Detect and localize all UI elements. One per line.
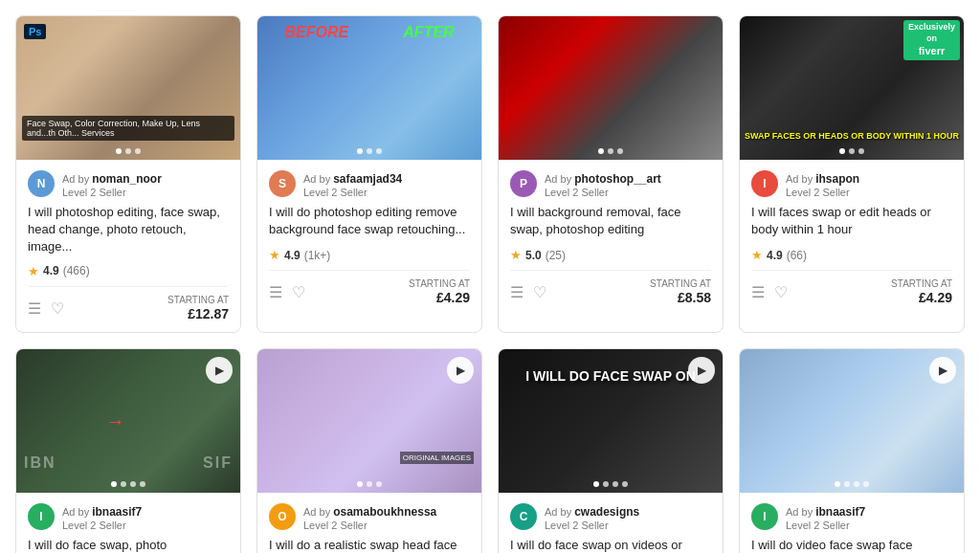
card-title[interactable]: I will do face swap on videos or images … [510, 537, 711, 553]
rating-row: ★ 4.9 (66) [751, 248, 952, 262]
seller-name[interactable]: ibnaasif7 [92, 505, 142, 519]
arrow-overlay: → [106, 409, 125, 431]
heart-icon[interactable]: ♡ [51, 299, 64, 318]
price-section: STARTING AT £4.29 [409, 278, 470, 306]
card-title[interactable]: I will do a realistic swap head face and… [269, 537, 470, 553]
play-button[interactable]: ▶ [206, 357, 233, 384]
play-button[interactable]: ▶ [447, 357, 474, 384]
card-title[interactable]: I will background removal, face swap, ph… [510, 204, 711, 240]
seller-level: Level 2 Seller [303, 187, 402, 198]
seller-level: Level 2 Seller [786, 520, 865, 531]
image-dots [357, 481, 382, 487]
gig-card[interactable]: PsFace Swap, Color Correction, Make Up, … [15, 15, 241, 333]
menu-icon[interactable]: ☰ [28, 299, 41, 318]
gig-card[interactable]: ▶ I Ad by ibnaasif7 Level 2 Seller I wil… [739, 348, 965, 553]
image-dots [593, 481, 628, 487]
gig-card[interactable]: BEFORE AFTER S Ad by safaamjad34 Level 2… [256, 15, 482, 333]
price: £4.29 [919, 290, 952, 305]
gig-card[interactable]: ExclusivelyonfiverrSwap Faces or Heads o… [739, 15, 965, 333]
play-button[interactable]: ▶ [688, 357, 715, 384]
starting-at-label: STARTING AT [891, 278, 952, 289]
card-body: O Ad by osamaboukhnessa Level 2 Seller I… [257, 493, 481, 553]
image-caption: Face Swap, Color Correction, Make Up, Le… [22, 116, 234, 141]
card-title[interactable]: I will photoshop editing, face swap, hea… [28, 204, 229, 256]
dot [617, 148, 623, 154]
after-label: AFTER [403, 24, 454, 41]
image-dots [111, 481, 145, 487]
card-body: S Ad by safaamjad34 Level 2 Seller I wil… [257, 160, 481, 316]
rating-value: 4.9 [43, 264, 59, 277]
star-icon: ★ [28, 264, 39, 278]
card-footer: ☰ ♡ STARTING AT £4.29 [269, 270, 470, 306]
ad-label: Ad by [786, 173, 815, 185]
card-title[interactable]: I will do photoshop editing remove backg… [269, 204, 470, 240]
card-actions: ☰ ♡ [28, 299, 64, 318]
card-image[interactable]: ExclusivelyonfiverrSwap Faces or Heads o… [740, 16, 964, 160]
card-title[interactable]: I will do video face swap face replaceme… [751, 537, 952, 553]
heart-icon[interactable]: ♡ [774, 283, 788, 301]
card-body: I Ad by ibnaasif7 Level 2 Seller I will … [16, 493, 240, 553]
rating-value: 5.0 [525, 249, 542, 262]
ad-label: Ad by [545, 173, 574, 185]
starting-at-label: STARTING AT [650, 278, 711, 289]
gig-card[interactable]: I WILL DO FACE SWAP ON ▶ C Ad by cwadesi… [498, 348, 724, 553]
dot [376, 481, 382, 487]
card-image[interactable]: ▶ [740, 349, 964, 493]
avatar: I [751, 503, 778, 530]
seller-level: Level 2 Seller [545, 187, 661, 198]
dot [116, 148, 122, 154]
card-body: I Ad by ihsapon Level 2 Seller I will fa… [740, 160, 964, 316]
seller-name[interactable]: cwadesigns [574, 505, 639, 519]
seller-level: Level 2 Seller [62, 520, 142, 531]
card-title[interactable]: I will faces swap or edit heads or body … [751, 204, 952, 240]
gig-card[interactable]: ORIGINAL IMAGES ▶ O Ad by osamaboukhness… [256, 348, 482, 553]
before-after-labels: BEFORE AFTER [257, 24, 481, 41]
seller-name[interactable]: osamaboukhnessa [333, 505, 436, 519]
card-image[interactable]: PsFace Swap, Color Correction, Make Up, … [16, 16, 240, 160]
gig-card[interactable]: →IBNSIF ▶ I Ad by ibnaasif7 Level 2 Sell… [15, 348, 241, 553]
heart-icon[interactable]: ♡ [533, 283, 546, 301]
menu-icon[interactable]: ☰ [751, 283, 765, 301]
seller-text: Ad by ihsapon Level 2 Seller [786, 169, 859, 198]
card-actions: ☰ ♡ [510, 283, 546, 301]
dot [593, 481, 599, 487]
ad-label: Ad by [786, 506, 815, 518]
card-title[interactable]: I will do face swap, photo compositing, … [28, 537, 229, 553]
seller-level: Level 2 Seller [786, 187, 859, 198]
play-button[interactable]: ▶ [929, 357, 956, 384]
seller-info: N Ad by noman_noor Level 2 Seller [28, 169, 229, 198]
menu-icon[interactable]: ☰ [510, 283, 523, 301]
heart-icon[interactable]: ♡ [292, 283, 305, 301]
seller-name[interactable]: photoshop__art [574, 172, 661, 186]
card-image[interactable] [499, 16, 723, 160]
starting-at-label: STARTING AT [167, 295, 229, 305]
seller-name[interactable]: ibnaasif7 [815, 505, 865, 519]
avatar: O [269, 503, 296, 530]
seller-name[interactable]: noman_noor [92, 172, 162, 186]
rating-value: 4.9 [767, 249, 783, 262]
card-actions: ☰ ♡ [751, 283, 788, 301]
ad-label: Ad by [62, 173, 92, 185]
gig-grid: PsFace Swap, Color Correction, Make Up, … [0, 0, 980, 553]
card-image[interactable]: ORIGINAL IMAGES ▶ [257, 349, 481, 493]
rating-row: ★ 5.0 (25) [510, 248, 711, 262]
image-dots [835, 481, 869, 487]
image-dots [116, 148, 141, 154]
dot [367, 148, 372, 154]
star-icon: ★ [751, 248, 763, 262]
card-image[interactable]: I WILL DO FACE SWAP ON ▶ [499, 349, 723, 493]
seller-name[interactable]: ihsapon [815, 172, 859, 186]
photoshop-badge: Ps [24, 24, 46, 39]
menu-icon[interactable]: ☰ [269, 283, 282, 301]
seller-name[interactable]: safaamjad34 [333, 172, 402, 186]
dot [357, 148, 363, 154]
seller-info: P Ad by photoshop__art Level 2 Seller [510, 169, 711, 198]
seller-text: Ad by photoshop__art Level 2 Seller [545, 169, 661, 198]
seller-info: C Ad by cwadesigns Level 2 Seller [510, 502, 711, 531]
card-image[interactable]: BEFORE AFTER [257, 16, 481, 160]
card-actions: ☰ ♡ [269, 283, 305, 301]
card-image[interactable]: →IBNSIF ▶ [16, 349, 240, 493]
gig-card[interactable]: P Ad by photoshop__art Level 2 Seller I … [498, 15, 724, 333]
starting-at-label: STARTING AT [409, 278, 470, 289]
price-section: STARTING AT £12.87 [167, 295, 229, 322]
